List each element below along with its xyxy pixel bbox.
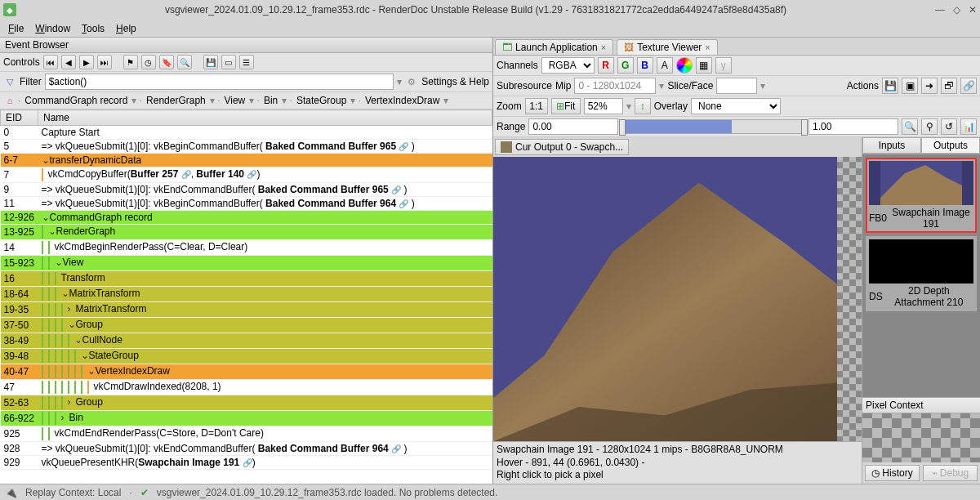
nav-first-button[interactable]: ⏮ (43, 55, 58, 69)
columns-button[interactable]: ☰ (239, 55, 254, 69)
wand-icon[interactable]: ⚲ (921, 118, 938, 135)
current-output-tab[interactable]: Cur Output 0 - Swapch... (495, 139, 629, 155)
zoom-range-icon[interactable]: 🔍 (902, 118, 918, 135)
menu-window[interactable]: Window (30, 21, 75, 36)
nav-next-button[interactable]: ▶ (79, 55, 94, 69)
menu-tools[interactable]: Tools (77, 21, 109, 36)
event-browser-panel: Event Browser Controls ⏮ ◀ ▶ ⏭ ⚑ ◷ 🔖 🔍 💾… (0, 38, 493, 484)
range-max-input[interactable] (808, 118, 898, 135)
table-row[interactable]: 39-48⌄StateGroup (1, 349, 492, 364)
zoom-11-button[interactable]: 1:1 (525, 98, 548, 114)
table-row[interactable]: 0Capture Start (1, 126, 492, 140)
table-row[interactable]: 12-926⌄CommandGraph record (1, 211, 492, 225)
table-row[interactable]: 47vkCmdDrawIndexed(8208, 1) (1, 380, 492, 395)
filter-label: Filter (20, 76, 42, 87)
table-row[interactable]: 18-64⌄MatrixTransform (1, 287, 492, 302)
search-button[interactable]: 🔍 (177, 55, 192, 69)
table-row[interactable]: 16Transform (1, 271, 492, 287)
output-thumb-fb0[interactable]: FB0 Swapchain Image 191 (866, 158, 977, 233)
col-eid[interactable]: EID (1, 110, 38, 126)
filter-icon: ▽ (3, 75, 16, 88)
pixel-context-view[interactable] (862, 413, 980, 462)
zoom-pct-input[interactable] (584, 98, 623, 114)
breadcrumb-item[interactable]: VertexIndexDraw (363, 94, 442, 107)
inputs-tab[interactable]: Inputs (862, 137, 921, 154)
ch-b-button[interactable]: B (637, 57, 653, 74)
table-row[interactable]: 14vkCmdBeginRenderPass(C=Clear, D=Clear) (1, 240, 492, 256)
gamma-button[interactable]: γ (715, 57, 732, 74)
table-row[interactable]: 11=> vkQueueSubmit(1)[0]: vkBeginCommand… (1, 197, 492, 211)
ch-r-button[interactable]: R (598, 57, 614, 74)
titlebar: ◆ vsgviewer_2024.01.09_10.29.12_frame353… (0, 0, 980, 20)
flip-button[interactable]: ↕ (635, 98, 651, 114)
table-row[interactable]: 66-922›Bin (1, 411, 492, 426)
event-table[interactable]: EID Name 0Capture Start5=> vkQueueSubmit… (0, 109, 492, 470)
save-button[interactable]: 💾 (203, 55, 218, 69)
goto-icon[interactable]: ➜ (921, 78, 938, 94)
range-slider[interactable] (621, 119, 805, 134)
breadcrumb-item[interactable]: View (221, 94, 247, 107)
link-icon[interactable]: 🔗 (960, 78, 977, 94)
nav-last-button[interactable]: ⏭ (97, 55, 112, 69)
table-row[interactable]: 15-923⌄View (1, 256, 492, 271)
outputs-list: FB0 Swapchain Image 191 DS 2D Depth Atta… (862, 154, 980, 397)
controls-label: Controls (3, 56, 40, 68)
table-row[interactable]: 925vkCmdEndRenderPass(C=Store, D=Don't C… (1, 426, 492, 442)
menu-file[interactable]: File (3, 21, 29, 36)
range-min-input[interactable] (528, 118, 618, 135)
nav-prev-button[interactable]: ◀ (61, 55, 76, 69)
close-icon[interactable]: × (601, 42, 606, 52)
col-name[interactable]: Name (38, 110, 492, 126)
slice-input[interactable] (716, 78, 757, 94)
table-row[interactable]: 19-35›MatrixTransform (1, 302, 492, 318)
table-row[interactable]: 5=> vkQueueSubmit(1)[0]: vkBeginCommandB… (1, 140, 492, 154)
selection-button[interactable]: ▭ (221, 55, 236, 69)
output-thumb-ds[interactable]: DS 2D Depth Attachment 210 (866, 236, 977, 311)
table-row[interactable]: 6-7⌄transferDynamicData (1, 154, 492, 167)
breadcrumb-item[interactable]: Bin (261, 94, 280, 107)
reset-range-icon[interactable]: ↺ (941, 118, 957, 135)
table-row[interactable]: 9=> vkQueueSubmit(1)[0]: vkEndCommandBuf… (1, 183, 492, 197)
maximize-button[interactable]: ◇ (953, 4, 960, 16)
color-wheel-icon[interactable] (676, 57, 693, 74)
zoom-fit-button[interactable]: ⊞Fit (551, 98, 581, 114)
ch-a-button[interactable]: A (657, 57, 673, 74)
close-button[interactable]: ✕ (969, 4, 977, 16)
overlay-combo[interactable]: None (691, 98, 781, 114)
filter-input[interactable] (45, 74, 394, 90)
table-row[interactable]: 37-50⌄Group (1, 318, 492, 333)
breadcrumb-item[interactable]: CommandGraph record (22, 94, 130, 107)
menu-help[interactable]: Help (111, 21, 141, 36)
texture-viewport[interactable] (493, 157, 862, 441)
table-row[interactable]: 7vkCmdCopyBuffer(Buffer 257 🔗, Buffer 14… (1, 167, 492, 183)
channels-combo[interactable]: RGBA (541, 57, 595, 74)
histogram-icon[interactable]: 📊 (960, 118, 977, 135)
table-row[interactable]: 40-47⌄VertexIndexDraw (1, 364, 492, 380)
history-button[interactable]: ◷History (865, 465, 920, 481)
save-icon[interactable]: 💾 (882, 78, 898, 94)
minimize-button[interactable]: — (935, 4, 945, 16)
mip-input[interactable] (574, 78, 656, 94)
loaded-status: vsgviewer_2024.01.09_10.29.12_frame353.r… (157, 487, 498, 498)
ch-g-button[interactable]: G (617, 57, 634, 74)
table-row[interactable]: 928=> vkQueueSubmit(1)[0]: vkEndCommandB… (1, 442, 492, 456)
open-icon[interactable]: ▣ (902, 78, 918, 94)
grid-icon[interactable]: ▦ (696, 57, 712, 74)
close-icon[interactable]: × (705, 42, 710, 52)
home-icon[interactable]: ⌂ (3, 94, 16, 107)
table-row[interactable]: 929vkQueuePresentKHR(Swapchain Image 191… (1, 456, 492, 470)
breadcrumb-item[interactable]: RenderGraph (144, 94, 208, 107)
table-row[interactable]: 52-63›Group (1, 395, 492, 411)
tab-texture-viewer[interactable]: 🖼 Texture Viewer × (617, 39, 718, 55)
image-icon[interactable]: 🗗 (941, 78, 957, 94)
flag-button[interactable]: ⚑ (123, 55, 138, 69)
settings-help-label[interactable]: Settings & Help (421, 76, 489, 87)
table-row[interactable]: 13-925⌄RenderGraph (1, 225, 492, 240)
bookmark-button[interactable]: 🔖 (159, 55, 174, 69)
outputs-tab[interactable]: Outputs (921, 137, 980, 154)
table-row[interactable]: 38-49⌄CullNode (1, 333, 492, 349)
clock-button[interactable]: ◷ (141, 55, 156, 69)
settings-icon[interactable]: ⚙ (405, 75, 418, 88)
tab-launch[interactable]: 🗔 Launch Application × (495, 39, 613, 55)
breadcrumb-item[interactable]: StateGroup (294, 94, 349, 107)
